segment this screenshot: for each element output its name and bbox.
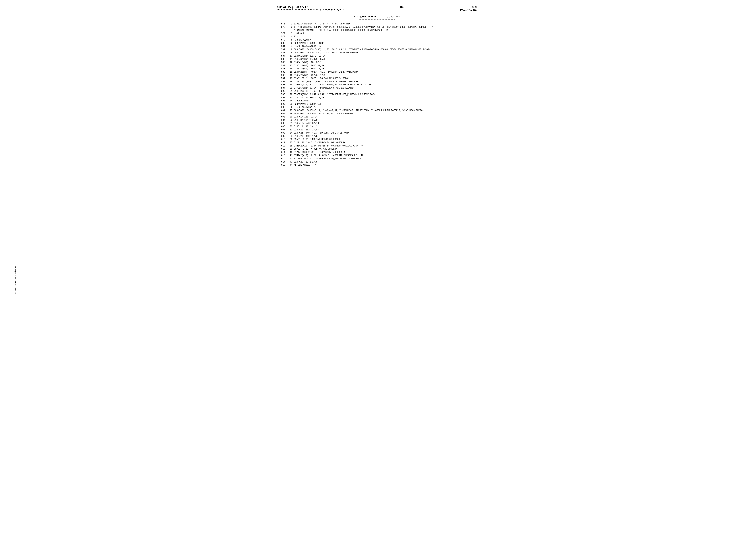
table-row: 61541СТЦ142(=19)' 2,22' 4+9+15,6' МАСЛЯН… [277, 154, 477, 157]
table-row: 60329С14Г=1' 188' 22,9• [277, 116, 477, 119]
table-row: 59016С14Г=29(ВП)' 492,6' 17,8• [277, 74, 477, 77]
row-num2: 41 [286, 154, 293, 157]
row-num1: 587 [277, 64, 286, 67]
row-num1: 610 [277, 138, 286, 141]
table-row: 58814С147=29(ВП)' 300' 17,8• [277, 67, 477, 71]
row-num1: 579 [277, 39, 286, 42]
row-num1: 596 [277, 93, 286, 96]
row-text: Е7=ЕВ5(8П)' 0,76' ' УСТАНОВКА СТАЛЬНЫХ Н… [293, 87, 477, 90]
row-num2: 9 [286, 51, 293, 55]
row-num2: 27 [286, 109, 293, 112]
row-num2: 34 [286, 132, 293, 135]
row-num2: 8 [286, 48, 293, 52]
table-row: 61440С12I=10601 2,22' ' СТОИМОСТЬ М/К СВ… [277, 151, 477, 154]
table-row: ' КАРКАС ВАРИАНТ ТЕМПЕРАТУРА -20ГР ЦЕЛЬС… [277, 29, 477, 32]
table-row: 59218С12I=1751(ВП)' 1,962' ' СТОИМОСТЬ М… [277, 80, 477, 83]
row-num1: 606 [277, 125, 286, 128]
row-num1: 601 [277, 109, 286, 112]
header-right: 3921 25665-08 [460, 5, 477, 13]
table-row: 58511С14Г=8(8П)' 1849,2' 25,0• [277, 58, 477, 61]
table-row: 5773Н10916,9• [277, 32, 477, 35]
row-num2: 3 [286, 32, 293, 35]
row-text: РЗ• [293, 35, 477, 39]
row-text: С14Г=29' 152' 17,8• [293, 128, 477, 132]
row-num2: 21 [286, 90, 293, 93]
row-text: П2ВЁАРКАС В ОСЯХ 4=13Н• [293, 42, 477, 45]
row-num2: 15 [286, 71, 293, 74]
row-num1: 618 [277, 164, 286, 167]
row-num1: 615 [277, 154, 286, 157]
table-row: 59117Е9=51(ВП)' 1,962' ' МОНТАЖ М/КОНСТР… [277, 77, 477, 80]
row-text: С14Г=293(ВП)' 760' 17,8• [293, 90, 477, 93]
row-num1: 609 [277, 135, 286, 138]
table-row: 61743С14Г=29' 2771 17,8• [277, 161, 477, 164]
row-num1: 583 [277, 51, 286, 55]
row-num2: 5 [286, 39, 293, 42]
table-row: 59824П2НОБЛОСНТЬ• [277, 99, 477, 103]
row-num1: 604 [277, 119, 286, 122]
row-num2: 32 [286, 125, 293, 128]
row-num2: 43 [286, 161, 293, 164]
row-text: Е7=285' 0,277' ' УСТАНОВКА СОЕДИНИТЕЛЬНЫ… [293, 157, 477, 161]
row-text: С147=29(ВП)' 300' 17,8• [293, 67, 477, 71]
row-num2: 2 [286, 26, 293, 29]
row-num2 [286, 29, 293, 32]
row-text: С12I=10601 2,22' ' СТОИМОСТЬ М/К СВЯЗЕА• [293, 151, 477, 154]
table-row: 59723С14Г=29' 542+051' 17,8• [277, 96, 477, 100]
row-text: С14Г=164 5,6' 32,10• [293, 122, 477, 125]
row-num1: 581 [277, 45, 286, 48]
row-text: 60В=70001 ССЦП9=5(ВП)' 1,76' 80,6=0,82,6… [293, 48, 477, 52]
row-num2: 10 [286, 55, 293, 58]
row-text: П2НПЕКЛЮДИТЬ• [293, 39, 477, 42]
row-text: Е7=32(А2=3,6)' 22• [293, 106, 477, 109]
row-num1: 607 [277, 128, 286, 132]
table-row: 60632С14Г=24' 182' 41,3• [277, 125, 477, 128]
table-row: 61238СТЦ142(=19)' 0,6' 4+9+15,6' МАСЛЯНА… [277, 144, 477, 148]
row-text: С14Г=16(ВП)' 10' 32,1• [293, 61, 477, 64]
table-row: 5762Ю' ° ПРОИЗВОДСТВЕННАЯ БАЗА РЕНСТРОЙЗ… [277, 26, 477, 29]
table-row: 583960В=70001 ССЦП9=5(ВП)' 13,4' 80,6' Т… [277, 51, 477, 55]
row-num2: 18 [286, 80, 293, 83]
row-num2: 44 [286, 164, 293, 167]
row-num2: 16 [286, 74, 293, 77]
row-num2: 35 [286, 135, 293, 138]
row-text: С12I=1751(ВП)' 1,962' ' СТОИМОСТЬ М/КОНЕ… [293, 80, 477, 83]
row-num1: 603 [277, 116, 286, 119]
table-row: 6022860В=70001 ССЦП9=5' 13,4' 80,6' ТОЖЕ… [277, 112, 477, 116]
row-num1: 582 [277, 48, 286, 52]
row-num1: 608 [277, 132, 286, 135]
row-num2: 39 [286, 147, 293, 151]
table-row: 60430С14Г=8' 1817' 25,0• [277, 119, 477, 122]
row-num1: 592 [277, 80, 286, 83]
row-num1: 613 [277, 147, 286, 151]
table-row: 60531С14Г=164 5,6' 32,10• [277, 122, 477, 125]
row-num1: 588 [277, 67, 286, 71]
row-num2: 22 [286, 93, 293, 96]
row-num2: 26 [286, 106, 293, 109]
table-row: 59420Е7=ЕВ5(8П)' 0,76' ' УСТАНОВКА СТАЛЬ… [277, 87, 477, 90]
top-divider [277, 14, 477, 14]
header-top: 409-15-93с. 86(VII) ПРОГРАММНЫЙ КОМПЛЕКС… [277, 5, 477, 13]
ishodnye-section: ИСХОДНЫЕ ДАННЫЕ t(п,н,а 10) [277, 15, 477, 18]
table-row: 59622Е7=ЕВ5(ВП)' 0,342+0,951' ' УСТАНОВК… [277, 93, 477, 96]
row-num2: 14 [286, 67, 293, 71]
row-text: КГ БЕКРАНОВА' ' • [293, 164, 477, 167]
table-row: 59925П2НКАРКАС В ОСЯХ4=13Н• [277, 103, 477, 106]
row-text: С14Г=29(ВП)' 492,6' 17,8• [293, 74, 477, 77]
table-row: 60935С14Г=29' 449' 17,8• [277, 135, 477, 138]
row-num1: 605 [277, 122, 286, 125]
row-num2: 4 [286, 35, 293, 39]
row-num1: 594 [277, 87, 286, 90]
row-text: Е7=ЕВ5(ВП)' 0,342+0,951' ' УСТАНОВКА СОЕ… [293, 93, 477, 96]
row-num1: 590 [277, 74, 286, 77]
row-num2: 40 [286, 151, 293, 154]
row-num1: 617 [277, 161, 286, 164]
ishodnye-underline: ======================== [277, 18, 477, 20]
row-num1: 584 [277, 55, 286, 58]
row-num2: 1 [286, 22, 293, 26]
row-num1: 586 [277, 61, 286, 64]
row-text: С14Г=8(8П)' 1849,2' 25,0• [293, 58, 477, 61]
row-num1: 589 [277, 71, 286, 74]
row-text: С14Г=26' 449' 41,3' ДОПОЛНИТЕЛЬЕ Э/ДЕТАЛ… [293, 132, 477, 135]
row-num1: 593 [277, 83, 286, 87]
